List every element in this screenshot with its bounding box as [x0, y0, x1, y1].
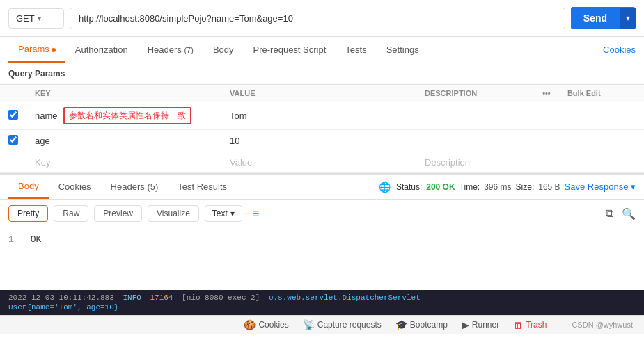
- console-pid: 17164: [150, 293, 173, 302]
- send-dropdown-button[interactable]: ▾: [620, 8, 636, 29]
- status-runner[interactable]: ▶ Runner: [462, 319, 499, 330]
- table-row: age 10: [0, 130, 644, 152]
- status-label: Status:: [396, 182, 422, 192]
- desc-placeholder: Description: [425, 157, 470, 168]
- tab-response-cookies[interactable]: Cookies: [49, 175, 101, 198]
- empty-extra: [559, 152, 644, 173]
- params-dot: [52, 48, 56, 52]
- row2-checkbox[interactable]: [8, 135, 18, 145]
- console-bar: 2022-12-03 10:11:42.883 INFO 17164 [nio-…: [0, 290, 644, 315]
- row1-more: [534, 102, 559, 130]
- row1-checkbox[interactable]: [8, 110, 18, 120]
- tab-body[interactable]: Body: [203, 38, 244, 62]
- col-key: KEY: [26, 85, 221, 102]
- response-toolbar: Pretty Raw Preview Visualize Text ▾ ≡ ⧉ …: [0, 200, 644, 227]
- response-code-area: 1 OK: [0, 227, 644, 290]
- time-label: Time:: [460, 182, 480, 192]
- tab-authorization[interactable]: Authorization: [65, 38, 138, 62]
- bottom-panel: Body Cookies Headers (5) Test Results 🌐 …: [0, 173, 644, 290]
- status-cookies[interactable]: 🍪 Cookies: [244, 319, 288, 330]
- tab-tests[interactable]: Tests: [336, 38, 376, 62]
- response-status-info: 🌐 Status: 200 OK Time: 396 ms Size: 165 …: [379, 182, 636, 193]
- bootcamp-icon: 🎓: [395, 319, 407, 330]
- row2-extra: [559, 130, 644, 152]
- preview-button[interactable]: Preview: [94, 205, 142, 222]
- key-name-cell: name 参数名和实体类属性名保持一致: [35, 107, 213, 124]
- capture-icon: 📡: [303, 319, 315, 330]
- send-button[interactable]: Send: [571, 7, 620, 29]
- row1-description: [416, 102, 534, 130]
- row1-extra: [559, 102, 644, 130]
- col-description: DESCRIPTION: [416, 85, 534, 102]
- method-label: GET: [16, 13, 35, 24]
- col-more: •••: [534, 85, 559, 102]
- value-placeholder: Value: [230, 157, 252, 168]
- search-icon[interactable]: 🔍: [622, 207, 636, 220]
- trash-icon: 🗑: [513, 319, 523, 330]
- query-params-title: Query Params: [0, 63, 644, 84]
- tab-response-body[interactable]: Body: [8, 175, 49, 199]
- size-label: Size:: [516, 182, 535, 192]
- console-output: User{name='Tom', age=10}: [8, 303, 118, 312]
- tab-response-headers[interactable]: Headers (5): [101, 175, 168, 198]
- row2-description: [416, 130, 534, 152]
- response-content: OK: [31, 234, 42, 245]
- row1-value: Tom: [221, 102, 416, 130]
- console-line1: 2022-12-03 10:11:42.883 INFO 17164 [nio-…: [8, 293, 636, 302]
- col-bulk-edit[interactable]: Bulk Edit: [559, 85, 644, 102]
- params-table: KEY VALUE DESCRIPTION ••• Bulk Edit name…: [0, 84, 644, 173]
- cookies-icon: 🍪: [244, 319, 256, 330]
- raw-button[interactable]: Raw: [54, 205, 88, 222]
- cookies-link[interactable]: Cookies: [603, 45, 636, 55]
- time-value: 396 ms: [484, 182, 511, 192]
- status-trash-label: Trash: [526, 320, 547, 330]
- copy-icon[interactable]: ⧉: [606, 207, 613, 220]
- status-capture-label: Capture requests: [317, 320, 382, 330]
- url-input[interactable]: [70, 8, 565, 29]
- key-placeholder: Key: [35, 157, 50, 168]
- wrap-icon[interactable]: ≡: [252, 207, 260, 221]
- tab-test-results[interactable]: Test Results: [168, 175, 237, 198]
- text-select[interactable]: Text ▾: [205, 205, 242, 222]
- save-response-button[interactable]: Save Response ▾: [565, 182, 636, 192]
- annotation-text: 参数名和实体类属性名保持一致: [63, 107, 191, 124]
- col-check: [0, 85, 26, 102]
- empty-more: [534, 152, 559, 173]
- request-tabs: Params Authorization Headers (7) Body Pr…: [0, 37, 644, 63]
- row2-key: age: [26, 130, 221, 152]
- status-runner-label: Runner: [472, 320, 499, 330]
- method-select[interactable]: GET ▾: [8, 8, 64, 29]
- console-level: INFO: [123, 293, 141, 302]
- line-number: 1: [8, 234, 14, 245]
- status-bootcamp[interactable]: 🎓 Bootcamp: [395, 319, 448, 330]
- url-bar: GET ▾ Send ▾: [0, 0, 644, 37]
- visualize-button[interactable]: Visualize: [148, 205, 199, 222]
- status-ok: 200 OK: [426, 182, 455, 192]
- send-button-group: Send ▾: [571, 7, 636, 29]
- tab-params[interactable]: Params: [8, 37, 65, 63]
- size-value: 165 B: [538, 182, 560, 192]
- row2-value: 10: [221, 130, 416, 152]
- status-trash[interactable]: 🗑 Trash: [513, 319, 547, 330]
- col-value: VALUE: [221, 85, 416, 102]
- tab-settings[interactable]: Settings: [377, 38, 429, 62]
- method-chevron: ▾: [38, 15, 41, 22]
- status-capture[interactable]: 📡 Capture requests: [303, 319, 382, 330]
- response-toolbar-right: ⧉ 🔍: [606, 207, 636, 220]
- console-class: o.s.web.servlet.DispatcherServlet: [269, 293, 421, 302]
- status-bootcamp-label: Bootcamp: [410, 320, 448, 330]
- tab-headers[interactable]: Headers (7): [138, 38, 203, 62]
- tab-pre-request[interactable]: Pre-request Script: [244, 38, 336, 62]
- response-tabs: Body Cookies Headers (5) Test Results 🌐 …: [0, 175, 644, 200]
- row1-key: name: [35, 111, 58, 121]
- status-cookies-label: Cookies: [258, 320, 288, 330]
- pretty-button[interactable]: Pretty: [8, 205, 48, 222]
- runner-icon: ▶: [462, 319, 469, 330]
- table-row-empty: Key Value Description: [0, 152, 644, 173]
- console-line2: User{name='Tom', age=10}: [8, 303, 636, 312]
- status-bar: 🍪 Cookies 📡 Capture requests 🎓 Bootcamp …: [0, 315, 644, 334]
- console-timestamp: 2022-12-03 10:11:42.883: [8, 293, 114, 302]
- console-thread: [nio-8080-exec-2]: [182, 293, 260, 302]
- row2-more: [534, 130, 559, 152]
- globe-icon: 🌐: [379, 182, 391, 193]
